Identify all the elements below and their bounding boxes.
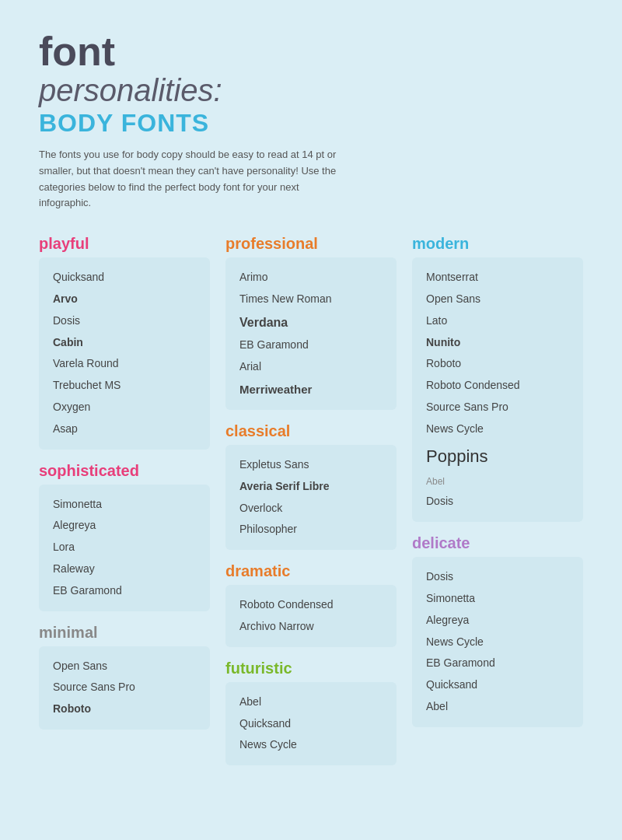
font-alegreya-2: Alegreya: [426, 611, 569, 630]
font-source-sans: Source Sans Pro: [53, 678, 196, 697]
font-roboto: Roboto: [53, 700, 196, 719]
font-simonetta-2: Simonetta: [426, 590, 569, 608]
font-nunito: Nunito: [426, 334, 569, 352]
category-minimal: minimal Open Sans Source Sans Pro Roboto: [39, 624, 210, 730]
font-overlock: Overlock: [239, 499, 383, 518]
font-dosis-2: Dosis: [426, 492, 569, 511]
font-source-sans-2: Source Sans Pro: [426, 398, 569, 417]
column-2: professional Arimo Times New Roman Verda…: [225, 235, 397, 765]
category-delicate: delicate Dosis Simonetta Alegreya News C…: [412, 534, 583, 727]
columns-wrapper: playful Quicksand Arvo Dosis Cabin Varel…: [39, 235, 583, 765]
font-archivo-narrow: Archivo Narrow: [239, 618, 383, 636]
font-montserrat: Montserrat: [426, 268, 569, 287]
delicate-font-box: Dosis Simonetta Alegreya News Cycle EB G…: [412, 557, 583, 727]
description-text: The fonts you use for body copy should b…: [39, 147, 342, 212]
font-poppins: Poppins: [426, 442, 569, 471]
dramatic-label: dramatic: [225, 562, 397, 580]
font-dosis-3: Dosis: [426, 568, 569, 586]
font-averia: Averia Serif Libre: [239, 478, 383, 496]
font-dosis: Dosis: [53, 312, 196, 331]
font-asap: Asap: [53, 420, 196, 439]
font-open-sans-2: Open Sans: [426, 290, 569, 309]
font-lato: Lato: [426, 312, 569, 331]
minimal-font-box: Open Sans Source Sans Pro Roboto: [39, 646, 210, 730]
font-times-new-roman: Times New Roman: [239, 290, 383, 309]
font-news-cycle-3: News Cycle: [426, 633, 569, 652]
category-classical: classical Expletus Sans Averia Serif Lib…: [225, 422, 397, 550]
delicate-label: delicate: [412, 534, 583, 552]
page-container: font personalities: BODY FONTS The fonts…: [39, 31, 583, 765]
font-alegreya: Alegreya: [53, 516, 196, 535]
category-sophisticated: sophisticated Simonetta Alegreya Lora Ra…: [39, 462, 210, 611]
font-open-sans: Open Sans: [53, 657, 196, 676]
font-arial: Arial: [239, 358, 383, 376]
font-philosopher: Philosopher: [239, 520, 383, 539]
professional-label: professional: [225, 235, 397, 253]
font-merriweather: Merriweather: [239, 380, 383, 400]
title-italic: personalities:: [39, 72, 583, 109]
minimal-label: minimal: [39, 624, 210, 642]
font-eb-garamond-3: EB Garamond: [426, 654, 569, 673]
font-arimo: Arimo: [239, 268, 383, 287]
font-roboto-condensed-2: Roboto Condensed: [426, 376, 569, 395]
font-expletus: Expletus Sans: [239, 456, 383, 474]
font-arvo: Arvo: [53, 290, 196, 309]
font-eb-garamond-2: EB Garamond: [239, 336, 383, 355]
category-playful: playful Quicksand Arvo Dosis Cabin Varel…: [39, 235, 210, 449]
font-quicksand: Quicksand: [53, 268, 196, 287]
font-abel-2: Abel: [426, 474, 569, 489]
font-abel-3: Abel: [426, 698, 569, 716]
header: font personalities: BODY FONTS The fonts…: [39, 31, 583, 212]
category-futuristic: futuristic Abel Quicksand News Cycle: [225, 660, 397, 765]
sophisticated-label: sophisticated: [39, 462, 210, 480]
modern-label: modern: [412, 235, 583, 253]
font-abel: Abel: [239, 693, 383, 712]
futuristic-font-box: Abel Quicksand News Cycle: [225, 682, 397, 765]
column-1: playful Quicksand Arvo Dosis Cabin Varel…: [39, 235, 210, 730]
category-modern: modern Montserrat Open Sans Lato Nunito …: [412, 235, 583, 522]
category-professional: professional Arimo Times New Roman Verda…: [225, 235, 397, 410]
title-body-fonts: BODY FONTS: [39, 109, 583, 138]
font-lora: Lora: [53, 538, 196, 557]
sophisticated-font-box: Simonetta Alegreya Lora Raleway EB Garam…: [39, 485, 210, 611]
playful-label: playful: [39, 235, 210, 253]
font-eb-garamond: EB Garamond: [53, 582, 196, 600]
futuristic-label: futuristic: [225, 660, 397, 677]
font-roboto-2: Roboto: [426, 355, 569, 373]
font-quicksand-2: Quicksand: [239, 715, 383, 733]
font-verdana: Verdana: [239, 312, 383, 333]
font-simonetta: Simonetta: [53, 495, 196, 514]
column-3: modern Montserrat Open Sans Lato Nunito …: [412, 235, 583, 727]
font-raleway: Raleway: [53, 560, 196, 579]
font-roboto-condensed: Roboto Condensed: [239, 596, 383, 614]
title-font: font: [39, 31, 583, 72]
modern-font-box: Montserrat Open Sans Lato Nunito Roboto …: [412, 257, 583, 522]
category-dramatic: dramatic Roboto Condensed Archivo Narrow: [225, 562, 397, 647]
playful-font-box: Quicksand Arvo Dosis Cabin Varela Round …: [39, 257, 210, 449]
classical-label: classical: [225, 422, 397, 440]
font-varela: Varela Round: [53, 355, 196, 373]
font-news-cycle-2: News Cycle: [426, 420, 569, 439]
font-quicksand-3: Quicksand: [426, 676, 569, 695]
font-trebuchet: Trebuchet MS: [53, 376, 196, 395]
font-cabin: Cabin: [53, 334, 196, 352]
classical-font-box: Expletus Sans Averia Serif Libre Overloc…: [225, 445, 397, 550]
font-news-cycle: News Cycle: [239, 736, 383, 754]
professional-font-box: Arimo Times New Roman Verdana EB Garamon…: [225, 257, 397, 410]
font-oxygen: Oxygen: [53, 398, 196, 417]
dramatic-font-box: Roboto Condensed Archivo Narrow: [225, 585, 397, 647]
